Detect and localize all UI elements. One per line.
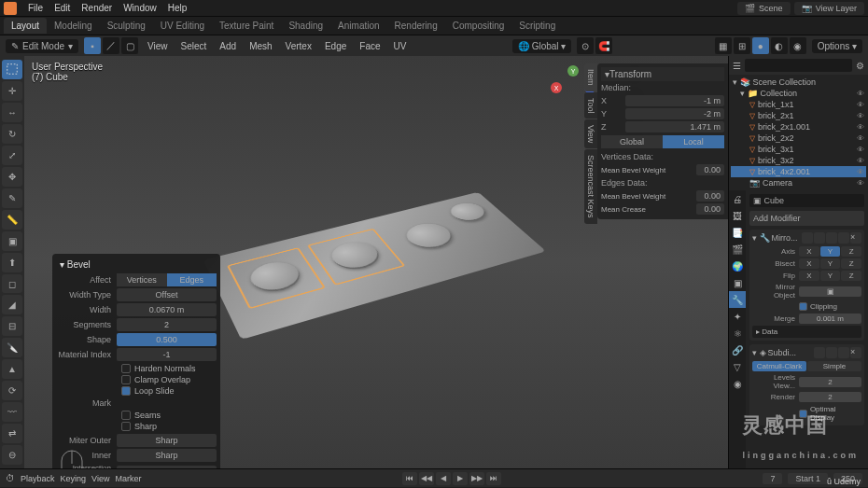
prop-tab-particles[interactable]: ✦ (729, 308, 746, 325)
viewlayer-selector[interactable]: 📷 View Layer (794, 2, 864, 15)
polybuild-tool[interactable]: ▲ (2, 359, 22, 379)
outliner-item[interactable]: ▽brick_2x2👁 (731, 132, 866, 144)
measure-tool[interactable]: 📏 (2, 210, 22, 230)
outliner-camera[interactable]: 📷 Camera👁 (731, 177, 866, 188)
outliner-item[interactable]: ▽brick_1x1👁 (731, 99, 866, 110)
space-toggle[interactable]: GlobalLocal (601, 135, 724, 148)
orientation-dropdown[interactable]: 🌐 Global ▾ (512, 39, 571, 53)
prop-tab-physics[interactable]: ⚛ (729, 325, 746, 342)
jump-start-icon[interactable]: ⏮ (402, 472, 417, 485)
hdr-uv[interactable]: UV (390, 41, 411, 51)
outliner-item[interactable]: ▽brick_3x1👁 (731, 144, 866, 155)
prop-tab-viewlayer[interactable]: 📑 (729, 224, 746, 241)
hdr-mesh[interactable]: Mesh (245, 41, 275, 51)
transform-tool[interactable]: ✥ (2, 167, 22, 187)
xray-icon[interactable]: ▦ (715, 37, 732, 54)
median-x[interactable]: -1 m (625, 95, 724, 106)
tl-playback[interactable]: Playback (21, 474, 55, 483)
tab-texturepaint[interactable]: Texture Paint (212, 18, 281, 34)
mean-bevel-weight-v[interactable]: 0.00 (696, 164, 724, 175)
tab-uvediting[interactable]: UV Editing (153, 18, 212, 34)
matindex-field[interactable]: -1 (117, 348, 217, 361)
extrude-tool[interactable]: ⬆ (2, 253, 22, 272)
merge-field[interactable]: 0.001 m (799, 314, 861, 324)
npanel-tab-tool[interactable]: Tool (584, 92, 597, 119)
solid-shading-icon[interactable]: ● (752, 37, 769, 54)
hdr-edge[interactable]: Edge (321, 41, 350, 51)
outliner-editor-icon[interactable]: ☰ (733, 61, 741, 71)
mod-toggle-icon[interactable] (838, 347, 849, 358)
hdr-vertex[interactable]: Vertex (282, 41, 315, 51)
outliner-search[interactable] (745, 59, 852, 72)
timeline-editor-icon[interactable]: ⏱ (6, 473, 15, 483)
affect-toggle[interactable]: VerticesEdges (117, 273, 217, 286)
segments-field[interactable]: 2 (117, 318, 217, 331)
prop-tab-modifiers[interactable]: 🔧 (729, 291, 746, 308)
rotate-tool[interactable]: ↻ (2, 124, 22, 144)
outliner-item[interactable]: ▽brick_2x1👁 (731, 110, 866, 121)
prop-tab-data[interactable]: ▽ (729, 358, 746, 375)
keyframe-prev-icon[interactable]: ◀◀ (419, 472, 434, 485)
mod-toggle-icon[interactable] (814, 347, 825, 358)
mirror-bisect[interactable]: XYZ (799, 258, 861, 269)
mod-toggle-icon[interactable] (802, 232, 813, 244)
tab-shading[interactable]: Shading (281, 18, 330, 34)
cursor-tool[interactable]: ✛ (2, 81, 22, 101)
mirror-object-field[interactable]: ▣ (799, 286, 861, 297)
outliner-item[interactable]: ▽brick_3x2👁 (731, 155, 866, 166)
mod-toggle-icon[interactable] (838, 232, 849, 244)
harden-normals-check[interactable]: Harden Normals (56, 363, 217, 374)
mean-crease[interactable]: 0.00 (696, 203, 724, 215)
hdr-select[interactable]: Select (177, 41, 211, 51)
tab-layout[interactable]: Layout (4, 18, 47, 34)
edge-select-icon[interactable]: ／ (103, 37, 119, 54)
bevel-tool[interactable]: ◢ (2, 295, 22, 314)
face-select-icon[interactable]: ▢ (121, 37, 138, 54)
mode-dropdown[interactable]: ✎ Edit Mode ▾ (6, 39, 78, 53)
median-y[interactable]: -2 m (625, 108, 724, 119)
tl-marker[interactable]: Marker (115, 474, 141, 483)
tab-scripting[interactable]: Scripting (511, 18, 563, 34)
menu-help[interactable]: Help (162, 3, 193, 13)
mod-toggle-icon[interactable] (826, 232, 837, 244)
subd-type[interactable]: Catmull-ClarkSimple (752, 361, 861, 371)
mod-close-icon[interactable]: × (850, 232, 861, 244)
prop-tab-object[interactable]: ▣ (729, 274, 746, 291)
tab-modeling[interactable]: Modeling (47, 18, 100, 34)
prop-tab-render[interactable]: 🖨 (729, 190, 746, 207)
loop-slide-check[interactable]: Loop Slide (56, 385, 217, 397)
mod-close-icon[interactable]: × (850, 347, 861, 358)
median-z[interactable]: 1.471 m (625, 121, 724, 132)
mirror-data-sub[interactable]: ▸ Data (752, 326, 861, 338)
prop-tab-output[interactable]: 🖼 (729, 207, 746, 224)
outliner-tree[interactable]: ▾ 📚 Scene Collection ▾ 📁 Collection👁 ▽br… (729, 75, 868, 190)
pivot-icon[interactable]: ⊙ (577, 37, 594, 54)
clipping-check[interactable]: Clipping (752, 301, 861, 312)
wireframe-icon[interactable]: ⊞ (734, 37, 750, 54)
shrink-tool[interactable]: ⊖ (2, 445, 22, 465)
prop-tab-constraints[interactable]: 🔗 (729, 342, 746, 358)
play-rev-icon[interactable]: ◀ (436, 472, 451, 485)
scene-selector[interactable]: 🎬 Scene (737, 2, 791, 15)
mark-seams-check[interactable]: Seams (56, 410, 217, 421)
intersection-dd[interactable]: Grid Fill (117, 466, 217, 468)
inset-tool[interactable]: ◻ (2, 274, 22, 294)
mod-toggle-icon[interactable] (814, 232, 825, 244)
outliner-item[interactable]: ▽brick_2x1.001👁 (731, 121, 866, 132)
loopcut-tool[interactable]: ⊟ (2, 316, 22, 336)
menu-edit[interactable]: Edit (49, 3, 76, 13)
start-frame-field[interactable]: Start 1 (788, 473, 828, 484)
miter-outer-dd[interactable]: Sharp (117, 434, 217, 447)
props-breadcrumb[interactable]: ▣ Cube (749, 194, 864, 207)
options-dropdown[interactable]: Options ▾ (812, 39, 862, 53)
prop-tab-material[interactable]: ◉ (729, 375, 746, 392)
hdr-face[interactable]: Face (356, 41, 384, 51)
mirror-axis[interactable]: XYZ (799, 246, 861, 257)
menu-window[interactable]: Window (118, 3, 162, 13)
bevel-title[interactable]: ▾ Bevel (56, 258, 217, 272)
npanel-tab-item[interactable]: Item (584, 63, 597, 91)
prop-tab-world[interactable]: 🌍 (729, 258, 746, 274)
collection-row[interactable]: ▾ 📁 Collection👁 (731, 88, 866, 99)
levels-render[interactable]: 2 (799, 392, 861, 402)
prop-tab-scene[interactable]: 🎬 (729, 241, 746, 258)
